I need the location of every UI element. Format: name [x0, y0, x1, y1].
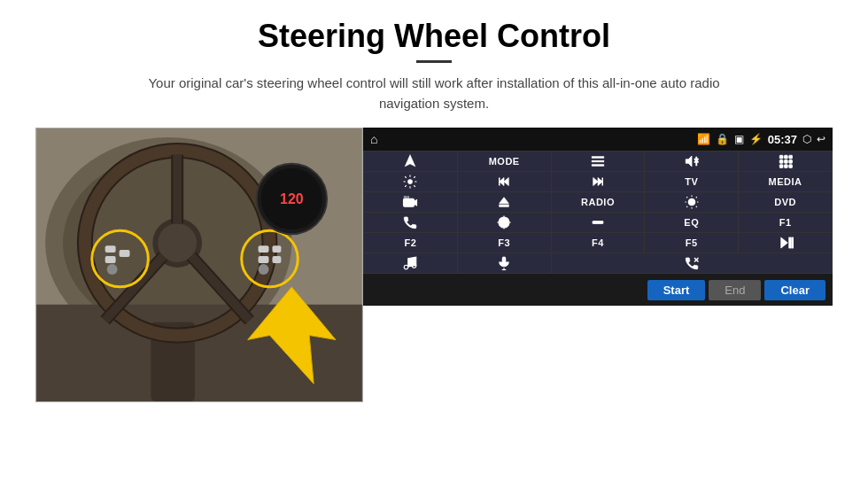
start-button[interactable]: Start	[647, 280, 706, 300]
title-divider	[416, 60, 452, 63]
svg-rect-43	[784, 165, 787, 168]
settings-button[interactable]	[364, 172, 457, 191]
svg-rect-22	[259, 256, 269, 263]
play-pause-button[interactable]	[739, 233, 832, 253]
clear-button[interactable]: Clear	[764, 280, 825, 300]
svg-rect-36	[779, 155, 783, 159]
status-bar: ⌂ 📶 🔒 ▣ ⚡ 05:37 ⬡ ↩	[363, 128, 833, 151]
end-button[interactable]: End	[709, 280, 761, 300]
svg-rect-64	[593, 222, 603, 224]
svg-text:360: 360	[404, 196, 409, 199]
steering-wheel-image: 120	[35, 128, 363, 402]
f3-button[interactable]: F3	[458, 233, 551, 253]
lock-icon: 🔒	[716, 133, 729, 145]
prev-button[interactable]	[458, 172, 551, 191]
sd-icon: ▣	[734, 133, 744, 145]
svg-point-8	[158, 223, 197, 262]
svg-rect-56	[500, 205, 509, 206]
svg-rect-42	[779, 165, 783, 168]
svg-marker-49	[593, 178, 598, 186]
svg-marker-47	[500, 178, 504, 186]
svg-point-59	[499, 217, 509, 228]
svg-rect-19	[120, 250, 130, 257]
svg-rect-39	[779, 160, 783, 164]
mode-button[interactable]: MODE	[458, 152, 551, 171]
svg-rect-31	[592, 160, 604, 162]
music-button[interactable]	[364, 253, 457, 273]
svg-point-45	[408, 180, 413, 184]
svg-text:120: 120	[280, 191, 304, 206]
back-icon: ↩	[817, 133, 825, 145]
eq-button[interactable]: EQ	[645, 213, 738, 232]
eject-button[interactable]	[458, 192, 551, 212]
dvd-button[interactable]: DVD	[739, 192, 832, 212]
tv-button[interactable]: TV	[645, 172, 738, 191]
phone-button[interactable]	[364, 213, 457, 232]
svg-rect-23	[272, 245, 281, 253]
f2-button[interactable]: F2	[364, 233, 457, 253]
svg-rect-44	[788, 165, 792, 168]
svg-rect-66	[788, 237, 790, 248]
wifi-icon: 📶	[697, 133, 710, 145]
panel-grid: MODE TV	[363, 151, 833, 274]
f5-button[interactable]: F5	[645, 233, 738, 253]
page-subtitle: Your original car's steering wheel contr…	[124, 74, 744, 113]
call-end-button[interactable]	[552, 253, 832, 273]
f1-button[interactable]: F1	[739, 213, 832, 232]
svg-point-25	[259, 264, 269, 275]
next-button[interactable]	[552, 172, 645, 191]
home-icon: ⌂	[370, 132, 377, 146]
svg-point-53	[407, 201, 412, 206]
brightness-button[interactable]	[645, 192, 738, 212]
svg-marker-50	[598, 178, 602, 186]
f4-button[interactable]: F4	[552, 233, 645, 253]
svg-marker-65	[780, 237, 787, 248]
svg-rect-40	[784, 160, 787, 164]
svg-rect-38	[788, 155, 792, 159]
status-right: 📶 🔒 ▣ ⚡ 05:37 ⬡ ↩	[697, 133, 825, 146]
content-area: 120 ⌂ 📶 🔒 ▣ ⚡ 05:37 ⬡ ↩	[35, 128, 833, 402]
media-button[interactable]: MEDIA	[739, 172, 832, 191]
menu-button[interactable]	[552, 152, 645, 171]
svg-rect-30	[592, 157, 604, 159]
status-time: 05:37	[768, 133, 797, 146]
mute-button[interactable]	[645, 152, 738, 171]
nav-button[interactable]	[364, 152, 457, 171]
bottom-buttons: Start End Clear	[363, 274, 833, 306]
svg-rect-24	[272, 256, 281, 263]
bt-icon: ⚡	[749, 133, 763, 145]
mic-button[interactable]	[458, 253, 551, 273]
cam360-button[interactable]: 360	[364, 192, 457, 212]
svg-rect-21	[259, 245, 269, 253]
cast-icon: ⬡	[802, 133, 811, 145]
gps-button[interactable]	[458, 213, 551, 232]
radio-button[interactable]: RADIO	[552, 192, 645, 212]
svg-point-68	[405, 265, 409, 269]
control-panel-wrapper: ⌂ 📶 🔒 ▣ ⚡ 05:37 ⬡ ↩ MODE	[363, 128, 833, 306]
svg-point-20	[107, 264, 118, 275]
svg-rect-67	[791, 237, 793, 248]
apps-button[interactable]	[739, 152, 832, 171]
minimize-button[interactable]	[552, 213, 645, 232]
svg-rect-18	[105, 256, 116, 263]
svg-marker-46	[504, 178, 508, 186]
svg-marker-55	[500, 198, 509, 204]
svg-rect-32	[592, 165, 604, 167]
svg-point-57	[688, 198, 695, 206]
svg-rect-37	[784, 155, 787, 159]
svg-rect-17	[105, 245, 116, 253]
page-title: Steering Wheel Control	[258, 18, 610, 55]
svg-rect-41	[788, 160, 792, 164]
